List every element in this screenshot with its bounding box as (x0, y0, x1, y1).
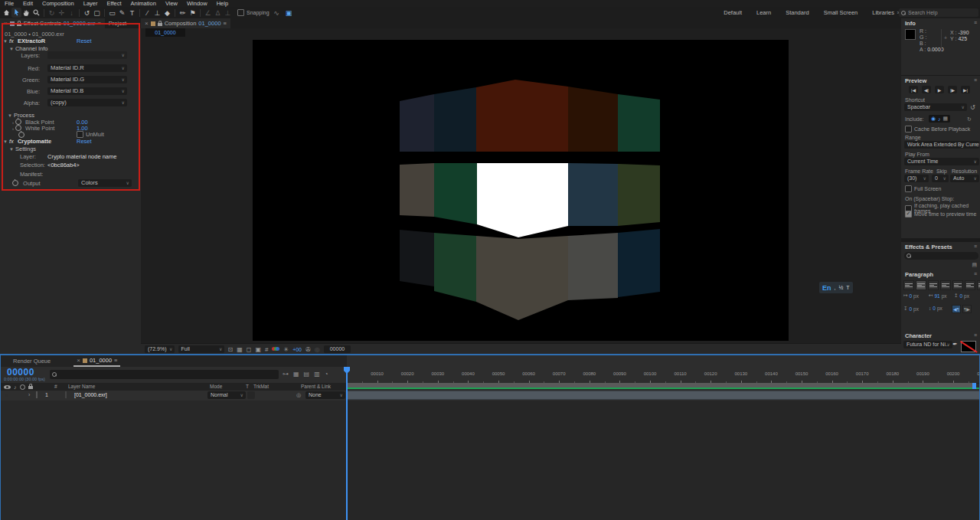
workspace-standard[interactable]: Standard (786, 9, 808, 16)
close-icon[interactable]: × (4, 20, 8, 27)
pickwhip-icon[interactable]: ◎ (296, 392, 301, 398)
include-video-icon[interactable]: ◉ (931, 116, 936, 122)
indent-first-line-field[interactable]: ↤91px (929, 293, 947, 299)
process-group[interactable]: ▼Process (8, 112, 34, 119)
align-left-button[interactable] (903, 280, 914, 290)
trkmat-dropdown[interactable] (247, 391, 255, 399)
layer-name[interactable]: [01_0000.exr] (74, 392, 107, 397)
effect-cryptomatte-header[interactable]: ▼fx Cryptomatte (3, 138, 51, 145)
menu-edit[interactable]: Edit (18, 0, 38, 7)
rotation-tool-icon[interactable]: ↺ (82, 8, 92, 18)
show-snapshot-icon[interactable]: ◎ (315, 346, 320, 353)
menu-animation[interactable]: Animation (126, 0, 161, 7)
text-direction-ltr-button[interactable]: ◀¶ (952, 305, 961, 313)
workspace-small-screen[interactable]: Small Screen (824, 9, 858, 16)
range-dropdown[interactable]: Work Area Extended By Current...∨ (904, 141, 979, 149)
panel-menu-icon[interactable]: ≡ (114, 357, 117, 364)
full-screen-row[interactable]: Full Screen (905, 185, 941, 192)
unmult-checkbox[interactable] (77, 131, 83, 138)
justify-all-button[interactable] (977, 280, 980, 290)
cache-before-playback-checkbox[interactable] (905, 126, 912, 132)
shy-layers-icon[interactable]: ▤ (304, 371, 310, 378)
frame-rate-dropdown[interactable]: (30)∨ (904, 175, 929, 182)
snapping-toggle[interactable]: Snapping ∿ ▣ (237, 8, 294, 18)
tab-render-queue[interactable]: Render Queue (13, 358, 51, 365)
effect-extractor-header[interactable]: ▼fx EXtractoR (3, 38, 45, 44)
space-before-field[interactable]: ↧0px (903, 306, 919, 312)
motion-blur-icon[interactable]: ◔ (325, 371, 328, 378)
panel-menu-icon[interactable]: ≡ (974, 244, 977, 249)
workspace-libraries[interactable]: Libraries (872, 9, 894, 16)
composition-mini-flowchart-icon[interactable]: ⊶ (283, 371, 289, 378)
play-from-dropdown[interactable]: Current Time∨ (904, 158, 979, 165)
camera-tool-icon[interactable]: ▢ (92, 8, 102, 18)
brush-tool-icon[interactable]: ∕ (142, 8, 152, 18)
font-family-dropdown[interactable]: Futura ND for Ni..∨ (903, 341, 952, 348)
menu-composition[interactable]: Composition (38, 0, 79, 7)
effects-search-input[interactable] (904, 252, 978, 260)
text-direction-rtl-button[interactable]: ¶▶ (962, 305, 972, 313)
resolution-dropdown[interactable]: Full∨ (178, 345, 224, 353)
parent-link-column-header[interactable]: Parent & Link (301, 384, 331, 389)
resolution-preview-dropdown[interactable]: Auto∨ (950, 175, 979, 182)
timeline-search-input[interactable] (50, 370, 279, 379)
tab-effect-controls[interactable]: × Effect Controls 01_0000.exr ≡ (0, 18, 105, 28)
eraser-tool-icon[interactable]: ◆ (162, 8, 172, 18)
close-icon[interactable]: × (145, 20, 149, 27)
current-time-display[interactable]: 00000 (7, 367, 34, 378)
full-screen-checkbox[interactable] (905, 185, 912, 192)
close-icon[interactable]: × (77, 357, 80, 364)
first-frame-button[interactable]: |◀ (909, 86, 918, 93)
fill-color-swatch[interactable] (961, 341, 976, 352)
channel-info-group[interactable]: ▼Channel Info (9, 45, 48, 52)
stopwatch-icon[interactable] (18, 132, 24, 138)
pen-tool-icon[interactable]: ✎ (117, 8, 127, 18)
region-of-interest-icon[interactable]: ▣ (255, 346, 261, 353)
play-button[interactable]: ▶ (935, 86, 944, 93)
panel-menu-icon[interactable]: ≡ (97, 20, 100, 27)
menu-effect[interactable]: Effect (102, 0, 126, 7)
hand-tool-icon[interactable] (21, 8, 31, 18)
cryptomatte-reset-button[interactable]: Reset (77, 138, 92, 145)
layer-duration-bar[interactable] (347, 391, 980, 400)
type-tool-icon[interactable]: T (127, 8, 137, 18)
channels-icon[interactable] (272, 346, 279, 352)
zoom-tool-icon[interactable] (31, 8, 41, 18)
align-center-button[interactable] (916, 280, 926, 290)
draft-3d-icon[interactable]: ▦ (293, 371, 299, 378)
panel-menu-icon[interactable]: ≡ (974, 77, 977, 83)
loop-icon[interactable]: ↻ (967, 116, 972, 123)
blend-mode-dropdown[interactable]: Normal∨ (207, 391, 246, 399)
panel-menu-icon[interactable]: ≡ (974, 332, 977, 338)
roto-brush-tool-icon[interactable]: ✏ (178, 8, 188, 18)
justify-last-left-button[interactable] (940, 280, 951, 290)
last-frame-button[interactable]: ▶| (961, 86, 970, 93)
red-channel-dropdown[interactable]: Material ID.R∨ (47, 64, 127, 72)
menu-layer[interactable]: Layer (79, 0, 103, 7)
menu-view[interactable]: View (161, 0, 182, 7)
selection-tool-icon[interactable] (11, 8, 21, 18)
align-right-button[interactable] (928, 280, 939, 290)
ime-halfwidth-icon[interactable]: ½ (838, 285, 843, 290)
ime-indicator[interactable]: En ,½T (819, 282, 853, 293)
unmult-checkbox-row[interactable]: UnMult (77, 131, 104, 138)
clone-stamp-tool-icon[interactable]: ⊥ (152, 8, 162, 18)
viewer-tab[interactable]: 01_0000 (145, 28, 185, 37)
menu-window[interactable]: Window (182, 0, 212, 7)
snap-options-icon[interactable]: ∿ (272, 8, 282, 18)
menu-help[interactable]: Help (212, 0, 233, 7)
layers-channel-dropdown[interactable]: ∨ (47, 51, 127, 59)
work-area-end-handle[interactable] (972, 383, 976, 389)
composition-canvas[interactable] (253, 40, 789, 341)
tab-timeline-comp[interactable]: × 01_0000 ≡ (74, 355, 120, 367)
timeline-ruler[interactable]: 0001000020000300004000050000600007000080… (347, 367, 980, 384)
shortcut-dropdown[interactable]: Spacebar∨ (904, 103, 967, 111)
layer-label-swatch[interactable] (36, 391, 38, 398)
move-time-row[interactable]: Move time to preview time (905, 211, 976, 217)
transparency-grid-icon[interactable]: ▦ (237, 346, 243, 353)
stopwatch-icon[interactable] (15, 125, 21, 131)
crypto-output-dropdown[interactable]: Colors∨ (78, 179, 132, 187)
indent-left-field[interactable]: ↦0px (903, 293, 919, 299)
stopwatch-icon[interactable] (12, 180, 18, 186)
tab-project[interactable]: Project (105, 18, 130, 28)
